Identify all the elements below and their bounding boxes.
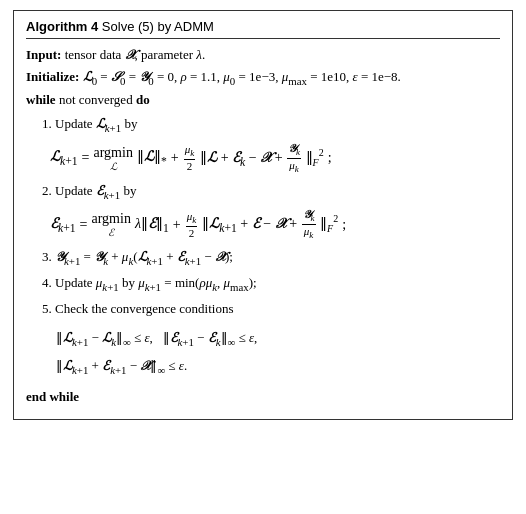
algorithm-box: Algorithm 4 Solve (5) by ADMM Input: ten… (13, 10, 513, 420)
step5-line: 5. Check the convergence conditions (26, 299, 500, 319)
eq1-plus1: + (171, 150, 179, 166)
step3-line: 3. 𝒴k+1 = 𝒴k + μk(ℒk+1 + ℰk+1 − 𝒳); (26, 247, 500, 269)
end-while-keyword: end while (26, 389, 79, 404)
equation-1: ℒk+1 = argminℒ ‖ℒ‖* + μk 2 ‖ℒ + ℰk − 𝒳 +… (50, 142, 500, 175)
eq1-lhs: ℒk+1 (50, 148, 78, 168)
convergence-line-2: ‖ℒk+1 + ℰk+1 − 𝒳‖∞ ≤ ε. (56, 353, 500, 381)
while-condition: not converged (59, 92, 136, 107)
eq1-equals: = (82, 150, 90, 166)
eq2-plus1: + (173, 217, 181, 233)
eq1-frac: μk 2 (183, 143, 197, 173)
convergence-conditions: ‖ℒk+1 − ℒk‖∞ ≤ ε, ‖ℰk+1 − ℰk‖∞ ≤ ε, ‖ℒk+… (56, 325, 500, 382)
eq2-semicolon: ; (342, 217, 346, 233)
input-text: tensor data 𝒳, parameter λ. (65, 47, 206, 62)
step2-header: 2. Update ℰk+1 by (26, 181, 500, 203)
while-line: while not converged do (26, 90, 500, 110)
convergence-line-1: ‖ℒk+1 − ℒk‖∞ ≤ ε, ‖ℰk+1 − ℰk‖∞ ≤ ε, (56, 325, 500, 353)
step5-label: 5. Check the convergence conditions (42, 301, 233, 316)
initialize-text: ℒ0 = 𝒮0 = 𝒴0 = 0, ρ = 1.1, μ0 = 1e−3, μm… (83, 69, 401, 84)
eq2-lhs: ℰk+1 (50, 215, 76, 235)
step1-header: 1. Update ℒk+1 by (26, 114, 500, 136)
end-while-line: end while (26, 387, 500, 407)
eq2-norm-F: ‖ℒk+1 + ℰ − 𝒳 + 𝒴k μk ‖F2 (202, 208, 338, 241)
algorithm-description: Solve (5) by ADMM (102, 19, 214, 34)
eq2-frac: μk 2 (185, 210, 199, 240)
while-keyword: while (26, 92, 56, 107)
equation-2: ℰk+1 = argminℰ λ‖ℰ‖1 + μk 2 ‖ℒk+1 + ℰ − … (50, 208, 500, 241)
step1-label: 1. Update ℒk+1 by (42, 116, 137, 131)
eq1-norm-F: ‖ℒ + ℰk − 𝒳 + 𝒴k μk ‖F2 (200, 142, 324, 175)
step3-label: 3. 𝒴k+1 = 𝒴k + μk(ℒk+1 + ℰk+1 − 𝒳); (42, 249, 233, 264)
algorithm-number: Algorithm 4 (26, 19, 98, 34)
do-keyword: do (136, 92, 150, 107)
step2-label: 2. Update ℰk+1 by (42, 183, 136, 198)
eq1-norm-star: ‖ℒ‖* (137, 148, 167, 168)
step4-line: 4. Update μk+1 by μk+1 = min(ρμk, μmax); (26, 273, 500, 295)
eq1-argmin: argminℒ (94, 145, 133, 172)
input-label: Input: (26, 47, 61, 62)
initialize-label: Initialize: (26, 69, 79, 84)
step4-label: 4. Update μk+1 by μk+1 = min(ρμk, μmax); (42, 275, 257, 290)
eq2-lambda: λ‖ℰ‖1 (135, 215, 169, 235)
algorithm-title: Algorithm 4 Solve (5) by ADMM (26, 19, 500, 39)
input-line: Input: tensor data 𝒳, parameter λ. (26, 45, 500, 65)
eq2-equals: = (80, 217, 88, 233)
eq2-argmin: argminℰ (92, 211, 131, 238)
eq1-semicolon: ; (328, 150, 332, 166)
initialize-line: Initialize: ℒ0 = 𝒮0 = 𝒴0 = 0, ρ = 1.1, μ… (26, 67, 500, 89)
